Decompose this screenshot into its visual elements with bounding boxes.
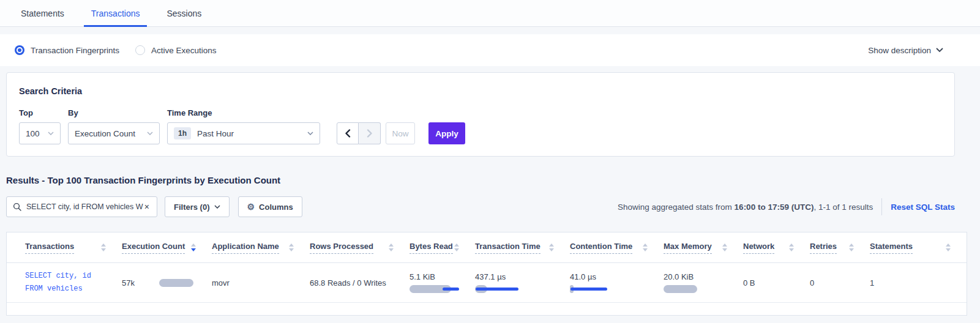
columns-label: Columns bbox=[259, 202, 293, 212]
transactions-table: Transactions Execution Count Application… bbox=[6, 232, 967, 316]
cell-transaction-time: 437.1 µs bbox=[475, 263, 570, 302]
previous-time-range-button[interactable] bbox=[337, 122, 359, 144]
reset-sql-stats-link[interactable]: Reset SQL Stats bbox=[891, 202, 955, 212]
time-range-field: Time Range 1h Past Hour bbox=[167, 108, 322, 144]
chevron-down-icon bbox=[214, 205, 220, 209]
sort-icon[interactable] bbox=[289, 243, 294, 251]
show-description-label: Show description bbox=[868, 46, 931, 55]
show-description-toggle[interactable]: Show description bbox=[868, 46, 943, 55]
chevron-left-icon bbox=[345, 129, 351, 138]
radio-unselected-icon bbox=[135, 45, 145, 55]
by-select[interactable]: Execution Count bbox=[68, 122, 160, 144]
cell-max-memory: 20.0 KiB bbox=[664, 263, 743, 302]
header-network[interactable]: Network bbox=[743, 232, 810, 262]
view-toggle-strip: Transaction Fingerprints Active Executio… bbox=[0, 34, 980, 66]
cell-statements: 1 bbox=[870, 263, 967, 302]
sort-icon[interactable] bbox=[454, 243, 459, 251]
time-range-label: Time Range bbox=[167, 108, 322, 117]
top-label: Top bbox=[19, 108, 61, 117]
header-retries[interactable]: Retries bbox=[810, 232, 870, 262]
chevron-down-icon bbox=[307, 132, 313, 135]
columns-button[interactable]: ⚙ Columns bbox=[238, 196, 302, 217]
header-transactions[interactable]: Transactions bbox=[7, 232, 122, 262]
clear-search-icon[interactable]: × bbox=[143, 202, 151, 212]
filters-button[interactable]: Filters (0) bbox=[165, 196, 230, 217]
sort-icon[interactable] bbox=[849, 243, 854, 251]
gear-icon: ⚙ bbox=[247, 202, 255, 211]
sort-icon[interactable] bbox=[946, 243, 951, 251]
sort-icon[interactable] bbox=[549, 243, 554, 251]
sort-icon[interactable] bbox=[389, 243, 394, 251]
tab-transactions[interactable]: Transactions bbox=[84, 0, 148, 26]
divider bbox=[881, 198, 882, 215]
chevron-down-icon bbox=[936, 48, 943, 53]
radio-label: Active Executions bbox=[151, 46, 217, 55]
search-criteria-title: Search Criteria bbox=[19, 86, 942, 96]
filters-label: Filters (0) bbox=[174, 202, 210, 212]
table-row: SELECT city, idFROM vehicles 57k movr 68… bbox=[7, 263, 967, 303]
sort-icon-active-desc[interactable] bbox=[191, 243, 196, 251]
cell-rows-processed: 68.8 Reads / 0 Writes bbox=[310, 263, 410, 302]
table-header-row: Transactions Execution Count Application… bbox=[7, 232, 967, 263]
radio-label: Transaction Fingerprints bbox=[31, 46, 119, 55]
cell-application-name: movr bbox=[212, 263, 310, 302]
time-range-select[interactable]: 1h Past Hour bbox=[167, 122, 320, 144]
by-value: Execution Count bbox=[75, 129, 147, 138]
apply-button[interactable]: Apply bbox=[428, 122, 465, 144]
header-execution-count[interactable]: Execution Count bbox=[122, 232, 212, 262]
next-time-range-button[interactable] bbox=[359, 122, 381, 144]
top-value: 100 bbox=[26, 129, 48, 138]
stats-text: Showing aggregated stats from 16:00 to 1… bbox=[618, 202, 873, 212]
tab-statements[interactable]: Statements bbox=[13, 0, 72, 26]
chevron-right-icon bbox=[367, 129, 373, 138]
by-field: By Execution Count bbox=[68, 108, 160, 144]
radio-selected-icon bbox=[15, 45, 24, 55]
search-box: × bbox=[6, 196, 157, 217]
sort-icon[interactable] bbox=[101, 243, 106, 251]
by-label: By bbox=[68, 108, 160, 117]
header-rows-processed[interactable]: Rows Processed bbox=[310, 232, 410, 262]
stats-area: Showing aggregated stats from 16:00 to 1… bbox=[618, 198, 955, 215]
header-contention-time[interactable]: Contention Time bbox=[570, 232, 664, 262]
top-select[interactable]: 100 bbox=[19, 122, 61, 144]
sort-icon[interactable] bbox=[643, 243, 648, 251]
top-field: Top 100 bbox=[19, 108, 61, 144]
search-icon bbox=[13, 202, 21, 211]
cell-network: 0 B bbox=[743, 263, 810, 302]
cell-execution-count: 57k bbox=[122, 263, 212, 302]
cell-retries: 0 bbox=[810, 263, 870, 302]
transaction-time-bar bbox=[475, 285, 530, 293]
now-button[interactable]: Now bbox=[386, 122, 415, 144]
results-controls: × Filters (0) ⚙ Columns Showing aggregat… bbox=[6, 196, 955, 217]
time-range-value: Past Hour bbox=[197, 129, 307, 138]
radio-active-executions[interactable]: Active Executions bbox=[135, 45, 217, 55]
cell-bytes-read: 5.1 KiB bbox=[410, 263, 475, 302]
time-range-badge: 1h bbox=[174, 127, 191, 139]
chevron-down-icon bbox=[147, 132, 153, 135]
tab-sessions[interactable]: Sessions bbox=[159, 0, 209, 26]
radio-transaction-fingerprints[interactable]: Transaction Fingerprints bbox=[15, 45, 119, 55]
header-application-name[interactable]: Application Name bbox=[212, 232, 310, 262]
bytes-read-bar bbox=[410, 285, 465, 293]
max-memory-bar bbox=[664, 285, 719, 293]
search-input[interactable] bbox=[26, 202, 143, 211]
sort-icon[interactable] bbox=[722, 243, 727, 251]
header-max-memory[interactable]: Max Memory bbox=[664, 232, 743, 262]
contention-time-bar bbox=[570, 285, 625, 293]
cell-contention-time: 41.0 µs bbox=[570, 263, 664, 302]
results-heading: Results - Top 100 Transaction Fingerprin… bbox=[6, 175, 980, 185]
chevron-down-icon bbox=[48, 132, 54, 135]
transaction-fingerprint-link[interactable]: SELECT city, idFROM vehicles bbox=[7, 263, 122, 302]
search-criteria-card: Search Criteria Top 100 By Execution Cou… bbox=[6, 72, 955, 157]
sort-icon[interactable] bbox=[789, 243, 794, 251]
header-bytes-read[interactable]: Bytes Read bbox=[410, 232, 475, 262]
time-range-pager bbox=[337, 122, 381, 144]
header-transaction-time[interactable]: Transaction Time bbox=[475, 232, 570, 262]
header-statements[interactable]: Statements bbox=[870, 232, 967, 262]
execution-count-bar bbox=[159, 279, 214, 287]
page-tabs: Statements Transactions Sessions bbox=[0, 0, 980, 27]
